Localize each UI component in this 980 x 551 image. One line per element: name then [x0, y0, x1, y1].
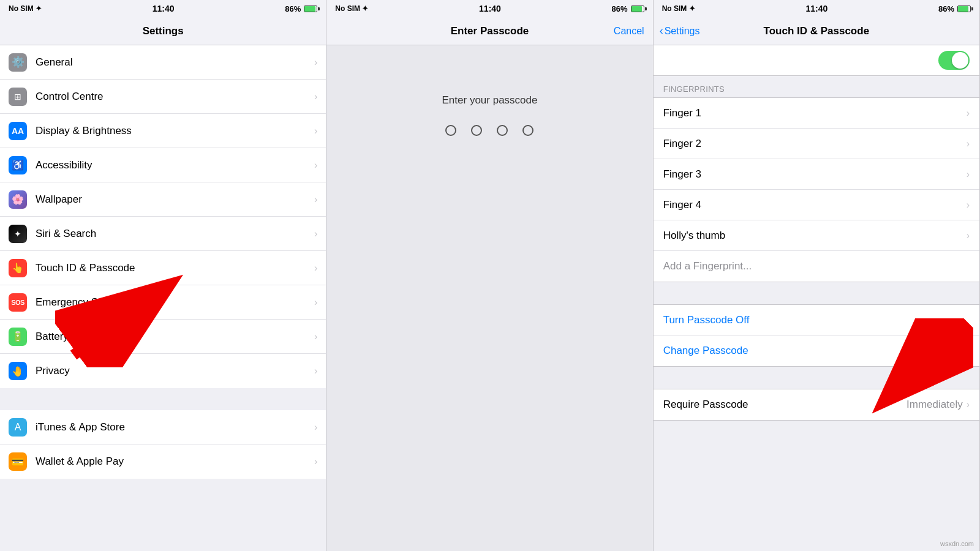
- settings-row-siri[interactable]: ✦ Siri & Search ›: [0, 217, 326, 251]
- control-icon: ⊞: [9, 88, 27, 106]
- passcode-dot-1: [445, 125, 456, 136]
- no-sim-label-3: No SIM ✦: [662, 4, 695, 13]
- passcode-entry: Enter your passcode: [326, 45, 652, 551]
- emergency-chevron: ›: [314, 297, 317, 308]
- finger-3-row[interactable]: Finger 3 ›: [654, 159, 979, 190]
- passcode-prompt: Enter your passcode: [442, 94, 538, 107]
- passcode-dot-3: [497, 125, 508, 136]
- wallpaper-icon: 🌸: [9, 190, 27, 209]
- status-right-3: 86%: [938, 4, 971, 13]
- general-label: General: [36, 56, 314, 69]
- battery-percent-3: 86%: [938, 4, 954, 13]
- battery-percent-1: 86%: [285, 4, 301, 13]
- time-2: 11:40: [479, 4, 501, 13]
- time-1: 11:40: [153, 4, 175, 13]
- nav-title-settings: Settings: [143, 25, 184, 37]
- hollys-thumb-row[interactable]: Holly's thumb ›: [654, 220, 979, 251]
- status-left-1: No SIM ✦: [9, 4, 42, 13]
- control-label: Control Centre: [36, 91, 314, 103]
- iphone-unlock-toggle[interactable]: [938, 51, 970, 70]
- no-sim-label-2: No SIM ✦: [335, 4, 368, 13]
- back-label[interactable]: Settings: [665, 26, 700, 37]
- nav-title-touchid: Touch ID & Passcode: [764, 25, 870, 37]
- touchid-label: Touch ID & Passcode: [36, 262, 314, 274]
- privacy-label: Privacy: [36, 365, 314, 377]
- change-passcode-row[interactable]: Change Passcode: [654, 335, 979, 366]
- finger-3-label: Finger 3: [663, 168, 967, 181]
- accessibility-label: Accessibility: [36, 159, 314, 171]
- time-3: 11:40: [805, 4, 827, 13]
- accessibility-icon: ♿: [9, 156, 27, 174]
- status-right-2: 86%: [612, 4, 644, 13]
- finger-4-row[interactable]: Finger 4 ›: [654, 190, 979, 220]
- control-chevron: ›: [314, 91, 317, 102]
- finger-1-chevron: ›: [967, 108, 970, 119]
- status-right-1: 86%: [285, 4, 317, 13]
- settings-section-2: A iTunes & App Store › 💳 Wallet & Apple …: [0, 410, 326, 479]
- touchid-chevron: ›: [314, 263, 317, 274]
- require-passcode-row[interactable]: Require Passcode Immediately ›: [654, 389, 979, 420]
- finger-4-chevron: ›: [967, 200, 970, 211]
- cancel-button[interactable]: Cancel: [614, 26, 644, 37]
- touchid-icon: 👆: [9, 259, 27, 277]
- finger-4-label: Finger 4: [663, 199, 967, 211]
- status-left-2: No SIM ✦: [335, 4, 368, 13]
- require-passcode-section: Require Passcode Immediately ›: [654, 389, 979, 421]
- settings-row-wallet[interactable]: 💳 Wallet & Apple Pay ›: [0, 444, 326, 479]
- battery-label: Battery: [36, 331, 314, 343]
- nav-bar-settings: Settings: [0, 17, 326, 45]
- settings-panel: No SIM ✦ 11:40 86% Settings ⚙️ General ›…: [0, 0, 326, 551]
- nav-bar-passcode: Enter Passcode Cancel: [326, 17, 652, 45]
- settings-row-display[interactable]: AA Display & Brightness ›: [0, 114, 326, 148]
- passcode-actions-section: Turn Passcode Off Change Passcode: [654, 304, 979, 367]
- settings-row-itunes[interactable]: A iTunes & App Store ›: [0, 410, 326, 444]
- fingerprints-section: Finger 1 › Finger 2 › Finger 3 › Finger …: [654, 97, 979, 282]
- finger-2-label: Finger 2: [663, 138, 967, 150]
- battery-icon-1: [304, 6, 317, 12]
- change-passcode-label: Change Passcode: [663, 345, 970, 357]
- settings-row-accessibility[interactable]: ♿ Accessibility ›: [0, 148, 326, 182]
- display-chevron: ›: [314, 126, 317, 137]
- finger-3-chevron: ›: [967, 169, 970, 180]
- turn-passcode-off-row[interactable]: Turn Passcode Off: [654, 305, 979, 335]
- back-chevron-icon: ‹: [660, 24, 663, 37]
- require-passcode-value: Immediately: [907, 399, 963, 411]
- turn-passcode-off-label: Turn Passcode Off: [663, 314, 970, 326]
- settings-row-control[interactable]: ⊞ Control Centre ›: [0, 80, 326, 114]
- hollys-thumb-chevron: ›: [967, 230, 970, 241]
- emergency-icon: SOS: [9, 293, 27, 312]
- settings-row-touchid[interactable]: 👆 Touch ID & Passcode ›: [0, 251, 326, 285]
- general-chevron: ›: [314, 57, 317, 68]
- status-bar-1: No SIM ✦ 11:40 86%: [0, 0, 326, 17]
- general-icon: ⚙️: [9, 53, 27, 72]
- battery-chevron: ›: [314, 331, 317, 342]
- touchid-content: FINGERPRINTS Finger 1 › Finger 2 › Finge…: [654, 76, 979, 551]
- no-sim-label-1: No SIM ✦: [9, 4, 42, 13]
- settings-row-general[interactable]: ⚙️ General ›: [0, 45, 326, 80]
- privacy-icon: 🤚: [9, 362, 27, 380]
- accessibility-chevron: ›: [314, 160, 317, 171]
- itunes-chevron: ›: [314, 422, 317, 433]
- itunes-icon: A: [9, 418, 27, 437]
- back-button[interactable]: ‹ Settings: [660, 24, 700, 37]
- add-fingerprint-row[interactable]: Add a Fingerprint...: [654, 251, 979, 282]
- battery-setting-icon: 🔋: [9, 328, 27, 346]
- emergency-label: Emergency SOS: [36, 296, 314, 309]
- spacer-1: [654, 282, 979, 304]
- passcode-panel-container: No SIM ✦ 11:40 86% Enter Passcode Cancel…: [326, 0, 653, 551]
- settings-row-emergency[interactable]: SOS Emergency SOS ›: [0, 285, 326, 320]
- display-label: Display & Brightness: [36, 125, 314, 137]
- siri-chevron: ›: [314, 228, 317, 239]
- passcode-dot-2: [471, 125, 482, 136]
- settings-row-privacy[interactable]: 🤚 Privacy ›: [0, 354, 326, 388]
- hollys-thumb-label: Holly's thumb: [663, 230, 967, 242]
- settings-section-1: ⚙️ General › ⊞ Control Centre › AA Displ…: [0, 45, 326, 388]
- nav-title-passcode: Enter Passcode: [451, 25, 529, 37]
- finger-1-row[interactable]: Finger 1 ›: [654, 98, 979, 129]
- settings-row-wallpaper[interactable]: 🌸 Wallpaper ›: [0, 182, 326, 217]
- nav-bar-touchid: ‹ Settings Touch ID & Passcode: [654, 17, 979, 45]
- finger-2-row[interactable]: Finger 2 ›: [654, 129, 979, 159]
- settings-row-battery[interactable]: 🔋 Battery ›: [0, 320, 326, 354]
- finger-2-chevron: ›: [967, 138, 970, 149]
- spacer-2: [654, 367, 979, 389]
